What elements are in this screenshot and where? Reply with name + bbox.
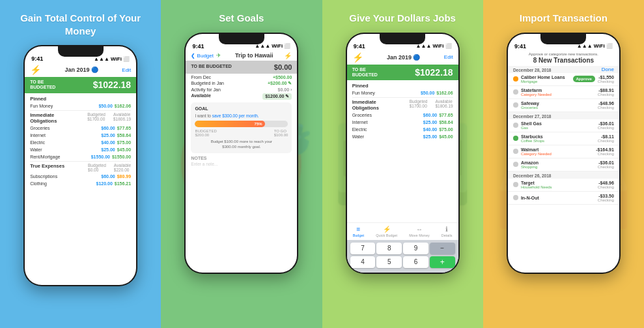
notes-input[interactable]: Enter a note...	[191, 162, 292, 166]
trans-row-caliber[interactable]: Caliber Home Loans Mortgage Approve -$1,…	[508, 73, 619, 86]
lightning-icon-2: ⚡	[284, 52, 292, 59]
budget-label-1: TO BEBUDGETED	[30, 80, 55, 91]
trans-right-target: -$48.96 Checking	[598, 181, 614, 189]
notes-section: NOTES Enter a note...	[191, 156, 292, 166]
goal-bottom: BUDGETED$200.00 TO GO$100.00	[195, 129, 288, 137]
num-key-minus[interactable]: −	[430, 243, 455, 254]
trans-dot-shellgas	[513, 123, 518, 128]
tab-quickbudget-3[interactable]: ⚡ Quick Budget	[376, 226, 397, 237]
trans-right-shellgas: -$36.01 Checking	[598, 121, 614, 130]
trans-dot-target	[513, 182, 518, 187]
budget-amount-1: $1022.18	[93, 80, 131, 90]
row-internet-1: Internet $25.00$58.64	[30, 132, 131, 138]
trans-info-innout: In-N-Out	[521, 196, 595, 200]
transaction-list: December 28, 2018 Caliber Home Loans Mor…	[508, 66, 619, 273]
info-budgeted-jan: Budgeted in Jan +$200.00 ✎	[191, 81, 292, 86]
panel-import-transaction: 📥 Import Transaction 9:41 ▲▲▲ WiFi ⬜ App…	[483, 0, 644, 328]
trans-info-safeway: Safeway Groceries	[521, 101, 595, 110]
trans-dot-caliber	[513, 76, 518, 82]
panel-set-goals: 🎯 Set Goals 9:41 ▲▲▲ WiFi ⬜ ❮ Budget ✈ T…	[161, 0, 322, 328]
trans-row-amazon[interactable]: Amazon Shopping -$36.01 Checking	[508, 158, 619, 171]
back-button-2[interactable]: ❮ Budget	[191, 53, 214, 59]
num-key-5[interactable]: 5	[376, 256, 402, 268]
num-key-6[interactable]: 6	[403, 256, 428, 268]
goals-title: Trip to Hawaii	[224, 52, 284, 59]
row-subscriptions-1: Subscriptions $60.00$80.99	[30, 173, 131, 179]
trans-right-walmart: -$164.91 Checking	[596, 147, 614, 156]
tab-movemoney-3[interactable]: ↔ Move Money	[409, 226, 430, 237]
phone-2: 9:41 ▲▲▲ WiFi ⬜ ❮ Budget ✈ Trip to Hawai…	[184, 33, 298, 274]
trans-row-target[interactable]: Target Household Needs -$48.96 Checking	[508, 179, 619, 192]
goals-budget-banner: TO BE BUDGETED $0.00	[186, 61, 297, 74]
section-immediate-3: ImmediateObligations Budgeted$1700.00 Av…	[352, 99, 453, 111]
trans-row-starbucks[interactable]: Starbucks Coffee Shops -$8.11 Checking	[508, 132, 619, 145]
lightning-icon-1: ⚡	[30, 65, 41, 75]
bottom-tabs-3: ≡ Budget ⚡ Quick Budget ↔ Move Money ℹ D…	[347, 222, 458, 240]
trans-info-shellgas: Shell Gas Gas	[521, 121, 595, 130]
status-icons-2: ▲▲▲ WiFi ⬜	[255, 43, 290, 49]
status-time-4: 9:41	[514, 43, 526, 50]
trans-row-safeway[interactable]: Safeway Groceries -$48.96 Checking	[508, 99, 619, 112]
trans-right-caliber: -$1,550 Checking	[598, 75, 614, 83]
app-header-3: ⚡ Jan 2019 🔵 Edit	[347, 51, 458, 65]
row-groceries-3: Groceries $60.00$77.65	[352, 112, 453, 118]
panel-3-title: Give Your Dollars Jobs	[349, 12, 456, 25]
approve-button[interactable]: Approve	[573, 76, 595, 82]
trans-dot-walmart	[513, 149, 518, 154]
trans-info-walmart: Walmart Category Needed	[521, 147, 593, 156]
num-key-plus[interactable]: +	[430, 256, 455, 268]
budget-content-3: Pinned Fun Money $50.00$162.06 Immediate…	[347, 80, 458, 222]
info-available: Available $1200.00 ✎	[191, 93, 292, 100]
section-pinned-3: Pinned	[352, 83, 453, 89]
header-month-1: Jan 2019 🔵	[64, 67, 98, 73]
panel-gain-control: 💰 Gain Total Control of Your Money 9:41 …	[0, 0, 161, 328]
phone-screen-2: 9:41 ▲▲▲ WiFi ⬜ ❮ Budget ✈ Trip to Hawai…	[186, 34, 297, 273]
row-groceries-1: Groceries $60.00$77.65	[30, 125, 131, 131]
app-header-1: ⚡ Jan 2019 🔵 Edit	[25, 63, 136, 77]
tab-budget-icon-3: ≡	[356, 226, 360, 233]
done-button[interactable]: Done	[602, 67, 614, 72]
tab-quickbudget-label-3: Quick Budget	[376, 233, 397, 237]
row-water-1: Water $25.00$45.00	[30, 147, 131, 153]
row-internet-3: Internet $25.00$58.64	[352, 119, 453, 125]
goal-description: Budget $100.00 more to reach your$300.00…	[195, 139, 288, 150]
trans-date-dec26: December 26, 2018	[508, 171, 619, 179]
header-edit-3[interactable]: Edit	[444, 54, 453, 60]
trans-dot-starbucks	[513, 136, 518, 141]
trans-info-starbucks: Starbucks Coffee Shops	[521, 134, 595, 143]
phone-screen-4: 9:41 ▲▲▲ WiFi ⬜ Approve or categorize ne…	[508, 34, 619, 273]
status-icons-1: ▲▲▲ WiFi ⬜	[94, 56, 130, 62]
phone-notch-2	[219, 34, 264, 44]
num-key-7[interactable]: 7	[350, 243, 376, 254]
phone-notch-3	[380, 34, 425, 44]
num-key-4[interactable]: 4	[350, 256, 376, 268]
goal-progress-bar: 75%	[195, 121, 288, 127]
trans-row-innout[interactable]: In-N-Out -$33.50 Checking	[508, 192, 619, 205]
trans-right-innout: -$33.50 Checking	[598, 194, 614, 202]
divider-2	[30, 161, 131, 162]
divider-1	[30, 110, 131, 111]
goal-progress-fill: 75%	[195, 121, 264, 127]
trans-row-walmart[interactable]: Walmart Category Needed -$164.91 Checkin…	[508, 145, 619, 158]
budget-row-funmoney-1: Fun Money $50.00 $162.06	[30, 103, 131, 109]
tab-budget-label-3: Budget	[353, 233, 364, 237]
row-clothing-1: Clothing $120.00$156.21	[30, 181, 131, 186]
status-time-1: 9:41	[31, 55, 43, 62]
num-pad-3: 7 8 9 − 4 5 6 +	[347, 240, 458, 273]
trans-info-caliber: Caliber Home Loans Mortgage	[521, 75, 570, 83]
status-time-2: 9:41	[192, 43, 204, 50]
goals-nav: ❮ Budget ✈ Trip to Hawaii ⚡	[186, 51, 297, 61]
tab-details-3[interactable]: ℹ Details	[441, 226, 453, 237]
trans-info-amazon: Amazon Shopping	[521, 160, 595, 169]
tab-budget-3[interactable]: ≡ Budget	[353, 226, 364, 237]
num-key-8[interactable]: 8	[376, 243, 402, 254]
import-count: 8 New Transactions	[514, 57, 613, 64]
num-row-1: 7 8 9 −	[350, 243, 456, 254]
phone-screen-1: 9:41 ▲▲▲ WiFi ⬜ ⚡ Jan 2019 🔵 Edit TO BEB…	[25, 46, 136, 285]
trans-row-statefarm[interactable]: Statefarm Category Needed -$88.91 Checki…	[508, 86, 619, 99]
num-key-9[interactable]: 9	[403, 243, 428, 254]
header-edit-1[interactable]: Edit	[122, 67, 131, 73]
row-funmoney-3: Fun Money $50.00$162.06	[352, 90, 453, 96]
trans-row-shellgas[interactable]: Shell Gas Gas -$36.01 Checking	[508, 119, 619, 132]
panel-1-title: Gain Total Control of Your Money	[8, 12, 153, 37]
